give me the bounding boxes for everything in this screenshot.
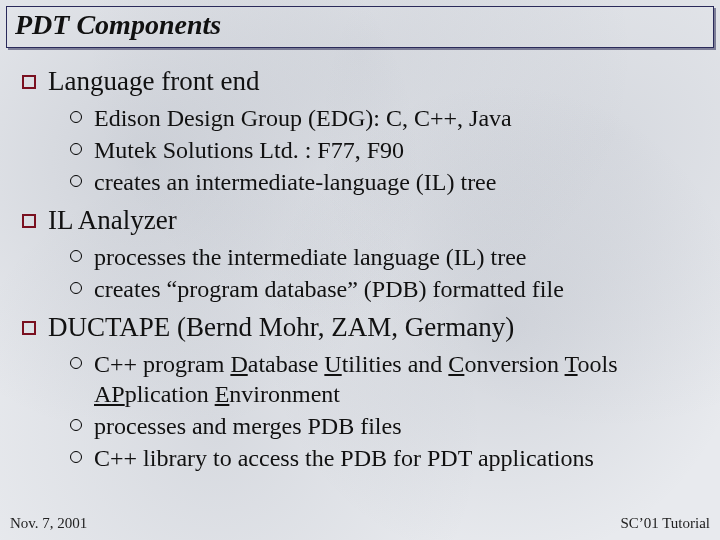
list-item-text: Edison Design Group (EDG): C, C++, Java xyxy=(94,103,512,133)
list-item-text: processes and merges PDB files xyxy=(94,411,402,441)
section-heading: DUCTAPE (Bernd Mohr, ZAM, Germany) xyxy=(48,312,514,343)
title-box: PDT Components xyxy=(6,6,714,48)
section-heading-row: Language front end xyxy=(22,66,698,97)
footer-date: Nov. 7, 2001 xyxy=(10,515,87,532)
list-item-text: creates an intermediate-language (IL) tr… xyxy=(94,167,496,197)
list-item: creates an intermediate-language (IL) tr… xyxy=(70,167,698,197)
list-item: processes and merges PDB files xyxy=(70,411,698,441)
list-item: Edison Design Group (EDG): C, C++, Java xyxy=(70,103,698,133)
list-item: C++ program Database Utilities and Conve… xyxy=(70,349,698,409)
section-heading: IL Analyzer xyxy=(48,205,177,236)
square-bullet-icon xyxy=(22,214,36,228)
list-item-text: C++ library to access the PDB for PDT ap… xyxy=(94,443,594,473)
circle-bullet-icon xyxy=(70,451,82,463)
circle-bullet-icon xyxy=(70,250,82,262)
sublist: Edison Design Group (EDG): C, C++, Java … xyxy=(70,103,698,197)
circle-bullet-icon xyxy=(70,175,82,187)
section-heading: Language front end xyxy=(48,66,259,97)
footer: Nov. 7, 2001 SC’01 Tutorial xyxy=(0,515,720,532)
circle-bullet-icon xyxy=(70,419,82,431)
list-item-text: processes the intermediate language (IL)… xyxy=(94,242,526,272)
square-bullet-icon xyxy=(22,321,36,335)
circle-bullet-icon xyxy=(70,143,82,155)
sublist: C++ program Database Utilities and Conve… xyxy=(70,349,698,473)
circle-bullet-icon xyxy=(70,357,82,369)
section-heading-row: DUCTAPE (Bernd Mohr, ZAM, Germany) xyxy=(22,312,698,343)
list-item: creates “program database” (PDB) formatt… xyxy=(70,274,698,304)
slide-title: PDT Components xyxy=(15,9,705,41)
sublist: processes the intermediate language (IL)… xyxy=(70,242,698,304)
list-item: processes the intermediate language (IL)… xyxy=(70,242,698,272)
list-item-text: Mutek Solutions Ltd. : F77, F90 xyxy=(94,135,404,165)
list-item: C++ library to access the PDB for PDT ap… xyxy=(70,443,698,473)
slide-content: Language front end Edison Design Group (… xyxy=(0,48,720,473)
footer-event: SC’01 Tutorial xyxy=(620,515,710,532)
list-item-text: C++ program Database Utilities and Conve… xyxy=(94,349,698,409)
list-item: Mutek Solutions Ltd. : F77, F90 xyxy=(70,135,698,165)
square-bullet-icon xyxy=(22,75,36,89)
circle-bullet-icon xyxy=(70,282,82,294)
circle-bullet-icon xyxy=(70,111,82,123)
list-item-text: creates “program database” (PDB) formatt… xyxy=(94,274,564,304)
section-heading-row: IL Analyzer xyxy=(22,205,698,236)
